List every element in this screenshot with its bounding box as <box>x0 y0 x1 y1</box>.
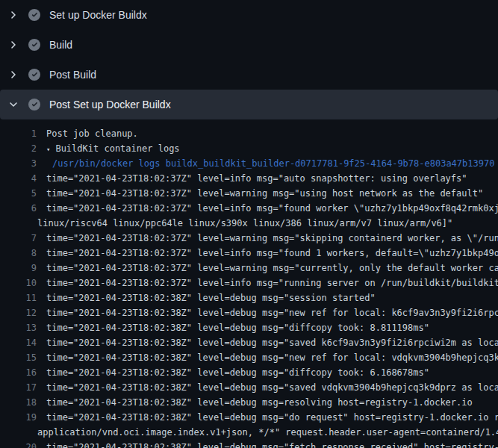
step-header-post-set-up-docker-buildx[interactable]: Post Set up Docker Buildx <box>0 90 498 119</box>
log-line-text-content: time="2021-04-23T18:02:38Z" level=debug … <box>46 367 429 378</box>
log-line-text: ▾time="2021-04-23T18:02:38Z" level=debug… <box>46 380 498 395</box>
log-line: 19 ▾time="2021-04-23T18:02:38Z" level=de… <box>0 410 498 425</box>
log-line: 13 ▾time="2021-04-23T18:02:38Z" level=de… <box>0 320 498 335</box>
log-line-text: ▾time="2021-04-23T18:02:38Z" level=debug… <box>46 335 498 350</box>
log-line-text-content: linux/riscv64 linux/ppc64le linux/s390x … <box>37 218 452 228</box>
step-header-set-up-docker-buildx[interactable]: Set up Docker Buildx <box>0 0 498 30</box>
log-line-text-content: time="2021-04-23T18:02:37Z" level=warnin… <box>46 233 498 243</box>
log-line-number[interactable]: 7 <box>0 231 37 246</box>
log-line-number[interactable] <box>0 216 28 231</box>
log-line-number[interactable]: 1 <box>0 126 37 141</box>
log-line-text-content: /usr/bin/docker logs buildx_buildkit_bui… <box>52 158 494 169</box>
log-line-number[interactable]: 17 <box>0 380 37 395</box>
log-line-text: ▾time="2021-04-23T18:02:38Z" level=debug… <box>46 305 498 320</box>
check-circle-icon <box>28 99 40 111</box>
log-line-text-content: time="2021-04-23T18:02:38Z" level=debug … <box>46 412 498 423</box>
log-line: 4 ▾time="2021-04-23T18:02:37Z" level=inf… <box>0 171 498 186</box>
log-line-text-content: time="2021-04-23T18:02:37Z" level=info m… <box>46 248 498 258</box>
log-line: 8 ▾time="2021-04-23T18:02:37Z" level=inf… <box>0 246 498 261</box>
actions-log-viewer: { "colors": { "background": "#0d1117", "… <box>0 0 498 448</box>
log-line: 14 ▾time="2021-04-23T18:02:38Z" level=de… <box>0 335 498 350</box>
chevron-right-icon <box>7 69 19 81</box>
log-line-number[interactable]: 13 <box>0 320 37 335</box>
log-line-text: ▾time="2021-04-23T18:02:37Z" level=info … <box>46 246 498 261</box>
log-line-text-content: time="2021-04-23T18:02:37Z" level=info m… <box>46 173 467 184</box>
log-line-text-content: time="2021-04-23T18:02:38Z" level=debug … <box>46 308 498 318</box>
step-label: Build <box>49 39 72 51</box>
log-line-text: ▾time="2021-04-23T18:02:37Z" level=warni… <box>46 186 483 201</box>
log-line-text-content: time="2021-04-23T18:02:38Z" level=debug … <box>46 382 498 393</box>
log-line-number[interactable]: 5 <box>0 186 37 201</box>
log-line-text-content: application/vnd.oci.image.index.v1+json,… <box>37 427 498 438</box>
group-toggle-triangle-icon[interactable]: ▾ <box>46 146 50 153</box>
check-circle-icon <box>28 69 40 81</box>
log-line: 9 ▾time="2021-04-23T18:02:37Z" level=war… <box>0 261 498 276</box>
log-line-number[interactable]: 10 <box>0 276 37 290</box>
log-line-text-content: time="2021-04-23T18:02:37Z" level=info m… <box>46 278 498 288</box>
step-label: Post Build <box>49 69 96 81</box>
check-circle-icon <box>28 9 40 21</box>
log-line-number[interactable]: 3 <box>0 156 37 171</box>
log-line-text: ▾time="2021-04-23T18:02:37Z" level=info … <box>46 201 498 216</box>
log-line-number[interactable]: 20 <box>0 440 37 448</box>
log-line-text-content: time="2021-04-23T18:02:38Z" level=debug … <box>46 337 498 348</box>
log-line-number[interactable] <box>0 425 28 440</box>
log-viewer: 1 ▾Post job cleanup. 2 ▾BuildKit contain… <box>0 119 498 448</box>
step-header-build[interactable]: Build <box>0 30 498 60</box>
chevron-right-icon <box>7 39 19 51</box>
log-line-text: ▾time="2021-04-23T18:02:38Z" level=debug… <box>46 395 473 410</box>
log-line-text-content: time="2021-04-23T18:02:38Z" level=debug … <box>46 442 498 448</box>
log-line-number[interactable]: 19 <box>0 410 37 425</box>
log-line-text-content: time="2021-04-23T18:02:37Z" level=info m… <box>46 203 498 214</box>
step-header-post-build[interactable]: Post Build <box>0 60 498 90</box>
log-line: 16 ▾time="2021-04-23T18:02:38Z" level=de… <box>0 365 498 380</box>
log-line-text: ▾time="2021-04-23T18:02:38Z" level=debug… <box>46 350 498 365</box>
chevron-down-icon <box>7 99 19 111</box>
log-line-number[interactable]: 8 <box>0 246 37 261</box>
log-line-text-content: time="2021-04-23T18:02:38Z" level=debug … <box>46 397 473 408</box>
log-line-number[interactable]: 14 <box>0 335 37 350</box>
log-line-number[interactable]: 12 <box>0 305 37 320</box>
log-line-text: ▾time="2021-04-23T18:02:38Z" level=debug… <box>46 290 376 305</box>
log-line: 7 ▾time="2021-04-23T18:02:37Z" level=war… <box>0 231 498 246</box>
log-line-number[interactable]: 2 <box>0 141 37 156</box>
log-line-text: ▾time="2021-04-23T18:02:38Z" level=debug… <box>46 410 498 425</box>
log-line-number[interactable]: 15 <box>0 350 37 365</box>
log-line: 20 ▾time="2021-04-23T18:02:38Z" level=de… <box>0 440 498 448</box>
log-line: 17 ▾time="2021-04-23T18:02:38Z" level=de… <box>0 380 498 395</box>
steps-list: Set up Docker Buildx Build P <box>0 0 498 119</box>
log-line-text: ▾time="2021-04-23T18:02:37Z" level=warni… <box>46 231 498 246</box>
chevron-right-icon <box>7 9 19 21</box>
log-line: 15 ▾time="2021-04-23T18:02:38Z" level=de… <box>0 350 498 365</box>
log-line-text-content: BuildKit container logs <box>55 143 179 154</box>
log-line-number[interactable]: 4 <box>0 171 37 186</box>
log-line: 11 ▾time="2021-04-23T18:02:38Z" level=de… <box>0 290 498 305</box>
log-line-number[interactable]: 9 <box>0 261 37 276</box>
log-line-text: ▾time="2021-04-23T18:02:38Z" level=debug… <box>46 320 429 335</box>
log-line-text-content: time="2021-04-23T18:02:37Z" level=warnin… <box>46 188 483 199</box>
log-line-number[interactable]: 18 <box>0 395 37 410</box>
log-line-number[interactable]: 6 <box>0 201 37 216</box>
log-line-text-content: time="2021-04-23T18:02:38Z" level=debug … <box>46 323 429 333</box>
step-label: Set up Docker Buildx <box>49 9 147 21</box>
log-line: ▾application/vnd.oci.image.index.v1+json… <box>0 425 498 440</box>
log-line: 10 ▾time="2021-04-23T18:02:37Z" level=in… <box>0 276 498 290</box>
step-label: Post Set up Docker Buildx <box>49 99 171 111</box>
log-line-text: ▾application/vnd.oci.image.index.v1+json… <box>37 425 498 440</box>
log-line: 3 ▾/usr/bin/docker logs buildx_buildkit_… <box>0 156 498 171</box>
log-line: 6 ▾time="2021-04-23T18:02:37Z" level=inf… <box>0 201 498 216</box>
log-line: 5 ▾time="2021-04-23T18:02:37Z" level=war… <box>0 186 498 201</box>
log-line: ▾linux/riscv64 linux/ppc64le linux/s390x… <box>0 216 498 231</box>
log-line-text-content: time="2021-04-23T18:02:38Z" level=debug … <box>46 352 498 363</box>
log-line: 12 ▾time="2021-04-23T18:02:38Z" level=de… <box>0 305 498 320</box>
log-line-text: ▾time="2021-04-23T18:02:38Z" level=debug… <box>46 365 429 380</box>
log-line: 18 ▾time="2021-04-23T18:02:38Z" level=de… <box>0 395 498 410</box>
log-line-text-content: time="2021-04-23T18:02:38Z" level=debug … <box>46 293 376 303</box>
log-line-number[interactable]: 16 <box>0 365 37 380</box>
log-line-number[interactable]: 11 <box>0 290 37 305</box>
log-line-text: ▾Post job cleanup. <box>46 126 138 141</box>
log-line-text: ▾linux/riscv64 linux/ppc64le linux/s390x… <box>37 216 452 231</box>
log-line-text-content: time="2021-04-23T18:02:37Z" level=warnin… <box>46 263 498 273</box>
log-line-text: ▾time="2021-04-23T18:02:37Z" level=info … <box>46 276 498 290</box>
log-line-text: ▾BuildKit container logs <box>46 141 180 156</box>
